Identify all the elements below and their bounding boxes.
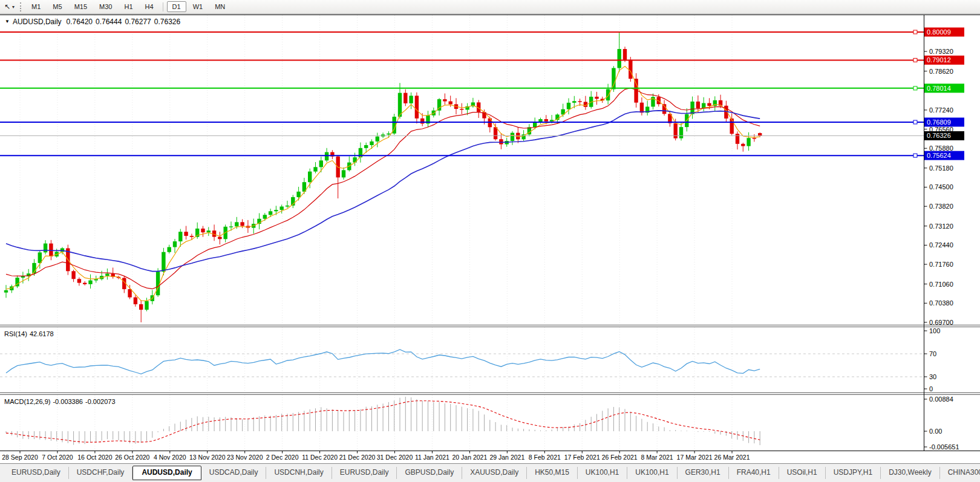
tab-gbpusd-daily[interactable]: GBPUSD,Daily	[397, 467, 462, 479]
svg-text:0.76809: 0.76809	[927, 119, 951, 126]
svg-text:0.71760: 0.71760	[929, 261, 953, 268]
svg-text:0: 0	[929, 385, 933, 392]
timeframe-button-w1[interactable]: W1	[188, 1, 209, 12]
bull-candle	[618, 49, 621, 68]
svg-text:0.75880: 0.75880	[929, 145, 953, 152]
svg-text:30: 30	[929, 373, 936, 380]
svg-text:2 Dec 2020: 2 Dec 2020	[266, 454, 299, 461]
bull-candle	[286, 206, 289, 207]
bull-candle	[88, 281, 92, 284]
bull-candle	[4, 290, 8, 293]
bull-candle	[173, 241, 177, 247]
bull-candle	[229, 226, 233, 227]
svg-text:0.75180: 0.75180	[929, 164, 953, 172]
svg-text:0.75624: 0.75624	[927, 152, 951, 159]
price-label-0.76809: 0.76809	[924, 117, 964, 126]
price-label-0.78014: 0.78014	[924, 83, 964, 93]
timeframe-button-d1[interactable]: D1	[167, 1, 186, 12]
bull-candle	[308, 172, 312, 183]
bear-candle	[415, 96, 419, 118]
tab-audusd-daily[interactable]: AUDUSD,Daily	[132, 466, 201, 480]
svg-text:0.74500: 0.74500	[929, 183, 953, 191]
bull-candle	[105, 273, 109, 276]
chart-background	[0, 15, 980, 463]
tab-china300-h1[interactable]: CHINA300,H1	[940, 467, 980, 479]
tab-xauusd-daily[interactable]: XAUUSD,Daily	[462, 467, 527, 479]
bear-candle	[499, 139, 503, 144]
timeframe-button-mn[interactable]: MN	[209, 1, 230, 12]
svg-text:0.80009: 0.80009	[927, 28, 951, 36]
svg-text:70: 70	[929, 350, 936, 357]
bull-candle	[353, 157, 356, 163]
timeframe-button-m30[interactable]: M30	[94, 1, 117, 12]
tab-usoil-h1[interactable]: USOil,H1	[779, 467, 826, 479]
svg-text:100: 100	[929, 327, 940, 334]
svg-text:16 Oct 2020: 16 Oct 2020	[77, 454, 112, 461]
price-label-0.76326: 0.76326	[924, 131, 964, 140]
tab-usdjpy-h1[interactable]: USDJPY,H1	[826, 467, 881, 479]
timeframe-button-h1[interactable]: H1	[119, 1, 138, 12]
bear-candle	[128, 289, 131, 298]
toolbar-divider	[163, 2, 163, 11]
toolbar: ↖ ▾ M1M5M15M30H1H4D1W1MN	[0, 0, 980, 14]
cursor-tool-button[interactable]: ↖ ▾	[2, 2, 16, 11]
tab-fra40-h1[interactable]: FRA40,H1	[729, 467, 779, 479]
tab-uk100-h1[interactable]: UK100,H1	[578, 467, 627, 479]
bear-candle	[420, 119, 424, 124]
price-label-0.80009: 0.80009	[924, 27, 964, 36]
tab-usdcnh-daily[interactable]: USDCNH,Daily	[266, 467, 332, 479]
bull-candle	[235, 222, 238, 226]
bear-candle	[443, 99, 446, 101]
macd-indicator-label: MACD(12,26,9)-0.003386-0.002073	[4, 398, 118, 405]
timeframe-button-group: M1M5M15M30H1H4D1W1MN	[25, 1, 231, 12]
svg-text:21 Dec 2020: 21 Dec 2020	[339, 454, 376, 461]
bear-candle	[218, 237, 221, 239]
bear-candle	[758, 133, 762, 135]
bull-candle	[376, 137, 379, 142]
bull-candle	[145, 301, 148, 310]
bull-candle	[162, 252, 165, 272]
tab-eurusd-daily[interactable]: EURUSD,Daily	[332, 467, 397, 479]
bull-candle	[387, 134, 390, 135]
ohlc-close: 0.76326	[154, 18, 180, 26]
bull-candle	[567, 103, 570, 109]
svg-text:-0.005651: -0.005651	[929, 443, 959, 451]
ohlc-open: 0.76420	[67, 18, 93, 26]
bull-candle	[274, 210, 278, 211]
timeframe-button-m5[interactable]: M5	[47, 1, 67, 12]
svg-text:29 Jan 2021: 29 Jan 2021	[489, 454, 524, 461]
bear-candle	[629, 60, 632, 79]
bull-candle	[38, 252, 42, 262]
tab-usdchf-daily[interactable]: USDCHF,Daily	[69, 467, 133, 479]
macd-name: MACD(12,26,9)	[4, 398, 50, 405]
bull-candle	[224, 227, 227, 239]
tab-eurusd-daily[interactable]: EURUSD,Daily	[4, 467, 69, 479]
tab-dj30-weekly[interactable]: DJ30,Weekly	[881, 467, 939, 479]
timeframe-button-m1[interactable]: M1	[26, 1, 46, 12]
bear-candle	[449, 102, 452, 105]
bear-candle	[240, 222, 244, 226]
bull-candle	[325, 152, 328, 161]
bear-candle	[190, 236, 194, 237]
svg-text:26 Oct 2020: 26 Oct 2020	[115, 454, 149, 461]
svg-text:0.79320: 0.79320	[929, 48, 953, 55]
bear-candle	[741, 144, 745, 146]
bull-candle	[533, 122, 537, 127]
chart-canvas[interactable]: 28 Sep 20207 Oct 202016 Oct 202026 Oct 2…	[0, 0, 980, 482]
tab-usdcad-daily[interactable]: USDCAD,Daily	[201, 467, 267, 479]
crosshair-cursor-icon: ↖	[4, 3, 10, 10]
tab-uk100-h1[interactable]: UK100,H1	[627, 467, 677, 479]
timeframe-button-m15[interactable]: M15	[69, 1, 93, 12]
timeframe-button-h4[interactable]: H4	[140, 1, 159, 12]
bull-candle	[280, 207, 284, 210]
bear-candle	[83, 283, 87, 284]
bull-candle	[679, 127, 683, 138]
bear-candle	[494, 127, 497, 139]
bull-candle	[612, 68, 615, 90]
tab-ger30-h1[interactable]: GER30,H1	[678, 467, 729, 479]
rsi-value: 42.6178	[30, 330, 54, 337]
tab-hk50-m15[interactable]: HK50,M15	[527, 467, 578, 479]
svg-text:26 Mar 2021: 26 Mar 2021	[714, 454, 750, 461]
ohlc-low: 0.76277	[125, 18, 151, 26]
toolbar-grip[interactable]	[20, 2, 21, 11]
